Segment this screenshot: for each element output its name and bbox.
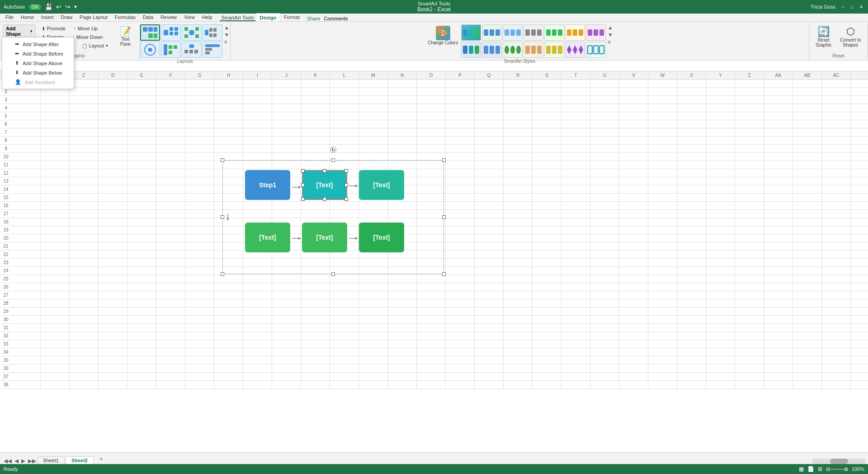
- row-header-3[interactable]: 3: [0, 96, 12, 104]
- row-header-15[interactable]: 15: [0, 194, 12, 202]
- cell-AA38[interactable]: [764, 381, 793, 389]
- style-7[interactable]: [586, 24, 606, 41]
- cell-I29[interactable]: [243, 308, 272, 316]
- cell-V34[interactable]: [619, 348, 648, 356]
- cell-A32[interactable]: [12, 332, 41, 340]
- cell-Z14[interactable]: [735, 185, 764, 194]
- cell-P21[interactable]: [446, 242, 475, 251]
- cell-AB22[interactable]: [793, 251, 822, 259]
- cell-N33[interactable]: [388, 340, 417, 348]
- row-header-35[interactable]: 35: [0, 356, 12, 365]
- cell-P26[interactable]: [446, 283, 475, 291]
- cell-S20[interactable]: [533, 234, 561, 242]
- cell-AC36[interactable]: [822, 365, 851, 373]
- cell-G26[interactable]: [185, 283, 214, 291]
- cell-Z35[interactable]: [735, 356, 764, 365]
- cell-W34[interactable]: [648, 348, 677, 356]
- cell-Z26[interactable]: [735, 283, 764, 291]
- cell-R10[interactable]: [504, 153, 533, 161]
- layout-btn[interactable]: 📋 Layout ▾: [79, 42, 111, 50]
- reset-graphic-btn[interactable]: 🔄 Reset Graphic: [812, 24, 835, 49]
- cell-W8[interactable]: [648, 137, 677, 145]
- cell-A11[interactable]: [12, 161, 41, 169]
- cell-R38[interactable]: [504, 381, 533, 389]
- cell-P24[interactable]: [446, 267, 475, 275]
- cell-E14[interactable]: [127, 185, 156, 194]
- style-3[interactable]: [503, 24, 523, 41]
- cell-K35[interactable]: [301, 356, 330, 365]
- cell-AC9[interactable]: [822, 145, 851, 153]
- cell-M32[interactable]: [359, 332, 388, 340]
- cell-D7[interactable]: [99, 128, 127, 137]
- cell-E1[interactable]: [127, 80, 156, 88]
- cell-Z6[interactable]: [735, 120, 764, 128]
- cell-K25[interactable]: [301, 275, 330, 283]
- add-shape-button[interactable]: Add Shape ▾: [3, 24, 36, 38]
- cell-Y18[interactable]: [706, 218, 735, 226]
- cell-U17[interactable]: [590, 210, 619, 218]
- cell-X29[interactable]: [677, 308, 706, 316]
- cell-Z16[interactable]: [735, 202, 764, 210]
- cell-W3[interactable]: [648, 96, 677, 104]
- row-header-13[interactable]: 13: [0, 177, 12, 185]
- cell-Q1[interactable]: [475, 80, 504, 88]
- cell-K32[interactable]: [301, 332, 330, 340]
- cell-Y8[interactable]: [706, 137, 735, 145]
- cell-W18[interactable]: [648, 218, 677, 226]
- cell-O6[interactable]: [417, 120, 446, 128]
- cell-A22[interactable]: [12, 251, 41, 259]
- cell-AA6[interactable]: [764, 120, 793, 128]
- col-header-D[interactable]: D: [99, 71, 127, 79]
- cell-J38[interactable]: [272, 381, 301, 389]
- cell-E33[interactable]: [127, 340, 156, 348]
- cell-F5[interactable]: [156, 112, 185, 120]
- cell-S34[interactable]: [533, 348, 561, 356]
- cell-C23[interactable]: [70, 259, 99, 267]
- cell-O31[interactable]: [417, 324, 446, 332]
- tab-insert[interactable]: Insert: [38, 13, 57, 21]
- cell-N29[interactable]: [388, 308, 417, 316]
- cell-Q4[interactable]: [475, 104, 504, 112]
- cell-H29[interactable]: [214, 308, 243, 316]
- cell-T17[interactable]: [561, 210, 590, 218]
- cell-P25[interactable]: [446, 275, 475, 283]
- cell-V15[interactable]: [619, 194, 648, 202]
- cell-X1[interactable]: [677, 80, 706, 88]
- cell-D26[interactable]: [99, 283, 127, 291]
- cell-U35[interactable]: [590, 356, 619, 365]
- cell-G34[interactable]: [185, 348, 214, 356]
- cell-AB33[interactable]: [793, 340, 822, 348]
- cell-AC7[interactable]: [822, 128, 851, 137]
- cell-W1[interactable]: [648, 80, 677, 88]
- cell-AB12[interactable]: [793, 169, 822, 177]
- cell-B30[interactable]: [41, 316, 70, 324]
- cell-R25[interactable]: [504, 275, 533, 283]
- style-13[interactable]: [565, 42, 585, 58]
- cell-Y31[interactable]: [706, 324, 735, 332]
- cell-AA14[interactable]: [764, 185, 793, 194]
- formula-input[interactable]: [57, 63, 868, 69]
- cell-X17[interactable]: [677, 210, 706, 218]
- col-header-X[interactable]: X: [677, 71, 706, 79]
- cell-T21[interactable]: [561, 242, 590, 251]
- cell-S10[interactable]: [533, 153, 561, 161]
- cell-O2[interactable]: [417, 88, 446, 96]
- cell-AB32[interactable]: [793, 332, 822, 340]
- cell-K33[interactable]: [301, 340, 330, 348]
- cell-AA18[interactable]: [764, 218, 793, 226]
- restore-btn[interactable]: □: [849, 4, 855, 10]
- cell-B28[interactable]: [41, 299, 70, 308]
- tab-draw[interactable]: Draw: [57, 13, 76, 21]
- cell-D5[interactable]: [99, 112, 127, 120]
- cell-V23[interactable]: [619, 259, 648, 267]
- cell-O29[interactable]: [417, 308, 446, 316]
- cell-B31[interactable]: [41, 324, 70, 332]
- cell-X26[interactable]: [677, 283, 706, 291]
- add-shape-below-item[interactable]: ⬇ Add Shape Below: [2, 68, 74, 77]
- layout-thumb-8[interactable]: [203, 42, 222, 58]
- cell-K1[interactable]: [301, 80, 330, 88]
- cell-R11[interactable]: [504, 161, 533, 169]
- cell-P37[interactable]: [446, 373, 475, 381]
- cell-Q15[interactable]: [475, 194, 504, 202]
- cell-R19[interactable]: [504, 226, 533, 234]
